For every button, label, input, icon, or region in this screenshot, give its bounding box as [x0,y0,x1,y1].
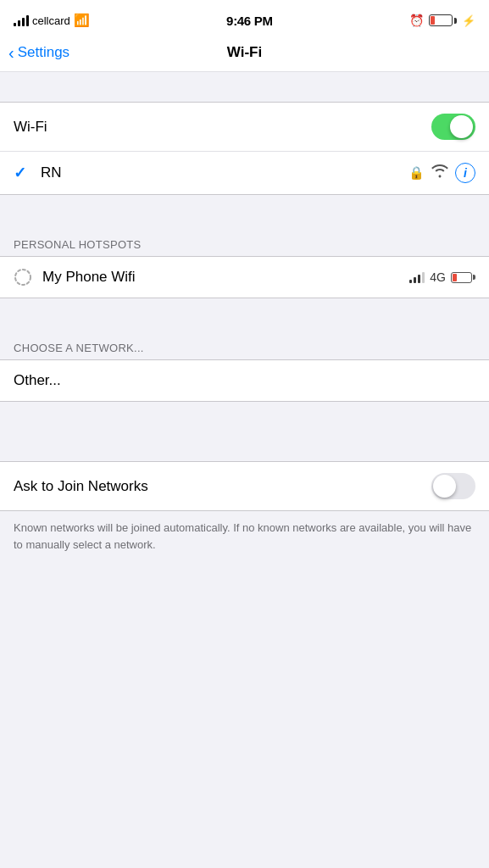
gap-before-ask [0,402,489,431]
top-section-gap [0,72,489,102]
ask-to-join-label: Ask to Join Networks [14,478,148,495]
hotspot-left: My Phone Wifi [14,268,136,287]
hotspot-signal-bars [409,271,425,283]
carrier-label: cellcard [32,14,70,27]
battery-body [429,14,453,26]
hotspot-row[interactable]: My Phone Wifi 4G [0,256,489,298]
lock-icon: 🔒 [408,165,425,181]
hotspot-battery [451,272,475,283]
signal-bars [14,14,29,26]
checkmark-icon: ✓ [14,164,31,182]
hotspot-bar-2 [414,277,416,283]
hotspot-battery-fill [453,274,457,281]
signal-bar-3 [22,18,25,26]
hotspot-bar-1 [409,280,412,283]
wifi-toggle-row: Wi-Fi [0,103,489,152]
hotspot-bar-4 [422,272,425,283]
info-icon: i [464,166,467,180]
battery-tip [454,18,457,24]
other-network-label: Other... [14,372,61,389]
hotspot-name: My Phone Wifi [42,269,136,286]
wifi-toggle-section: Wi-Fi ✓ RN 🔒 i [0,102,489,195]
hotspot-bar-3 [418,275,420,283]
battery-fill [431,16,435,25]
wifi-status-icon: 📶 [74,13,90,28]
loading-spinner-icon [14,268,32,287]
choose-network-header: CHOOSE A NETWORK... [0,328,489,359]
hotspot-battery-body [451,272,472,283]
connected-network-row[interactable]: ✓ RN 🔒 i [0,152,489,194]
network-info-button[interactable]: i [455,163,475,183]
charging-bolt-icon: ⚡ [462,14,475,27]
network-row-left: ✓ RN [14,164,62,182]
ask-toggle-knob [433,475,456,498]
back-chevron-icon: ‹ [8,44,14,61]
wifi-label: Wi-Fi [14,119,47,136]
other-network-row[interactable]: Other... [0,359,489,402]
gap-before-choose [0,298,489,328]
nav-bar: ‹ Settings Wi-Fi [0,37,489,72]
ask-to-join-toggle[interactable] [431,473,475,499]
alarm-icon: ⏰ [409,14,424,27]
status-right: ⏰ ⚡ [409,14,475,27]
ask-to-join-section: Ask to Join Networks Known networks will… [0,461,489,566]
connected-network-name: RN [41,164,62,181]
ask-to-join-description: Known networks will be joined automatica… [0,511,489,566]
signal-bar-4 [26,15,29,26]
hotspot-battery-tip [473,275,475,280]
hotspots-section-header: PERSONAL HOTSPOTS [0,225,489,256]
svg-point-0 [15,270,31,285]
hotspot-speed: 4G [430,270,446,284]
hotspot-right: 4G [409,270,475,284]
gap-before-hotspots [0,195,489,225]
signal-bar-1 [14,23,16,26]
network-icons: 🔒 i [408,163,475,183]
signal-bar-2 [18,20,20,26]
ask-to-join-row: Ask to Join Networks [0,461,489,511]
status-bar: cellcard 📶 9:46 PM ⏰ ⚡ [0,0,489,37]
battery-container [429,14,457,26]
status-time: 9:46 PM [226,14,273,28]
status-left: cellcard 📶 [14,13,90,28]
toggle-knob [450,115,473,138]
back-button[interactable]: ‹ Settings [8,44,69,61]
wifi-toggle[interactable] [431,114,475,140]
wifi-signal-icon [431,164,448,182]
back-button-label: Settings [18,44,69,61]
page-title: Wi-Fi [227,44,262,61]
